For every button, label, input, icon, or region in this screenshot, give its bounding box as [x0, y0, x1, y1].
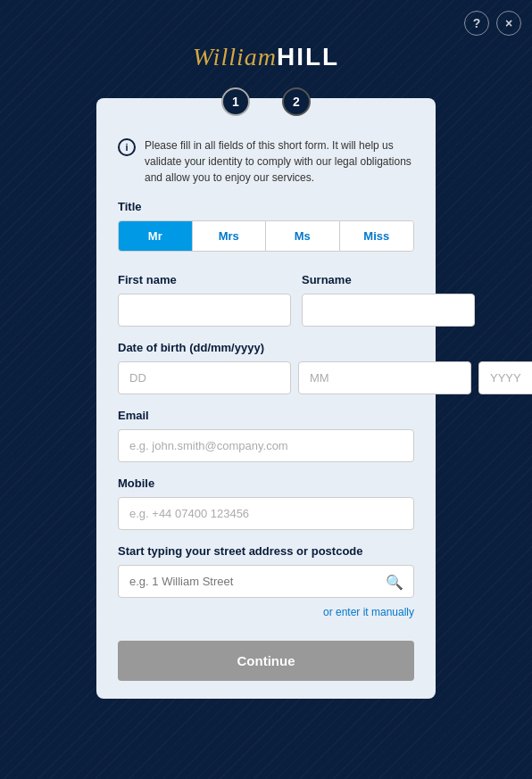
title-label: Title	[118, 200, 414, 213]
info-text: Please fill in all fields of this short …	[145, 137, 414, 186]
name-row: First name Surname	[118, 273, 414, 327]
surname-input[interactable]	[302, 294, 475, 327]
enter-manually-link[interactable]: or enter it manually	[323, 606, 414, 618]
logo-william: William	[193, 43, 277, 71]
info-icon: i	[118, 138, 136, 156]
address-input-wrapper: 🔍	[118, 565, 414, 598]
dob-month-input[interactable]	[298, 361, 471, 394]
title-mrs[interactable]: Mrs	[193, 221, 267, 251]
surname-label: Surname	[302, 273, 475, 286]
title-miss[interactable]: Miss	[340, 221, 414, 251]
title-mr[interactable]: Mr	[119, 221, 193, 251]
surname-group: Surname	[302, 273, 475, 327]
logo: William HILL	[193, 43, 339, 71]
step-2: 2	[282, 87, 311, 116]
email-label: Email	[118, 409, 414, 422]
search-icon: 🔍	[386, 573, 403, 590]
logo-hill: HILL	[277, 43, 339, 71]
continue-button[interactable]: Continue	[118, 641, 414, 681]
help-button[interactable]: ?	[464, 11, 489, 36]
dob-day-input[interactable]	[118, 361, 291, 394]
first-name-label: First name	[118, 273, 291, 286]
title-ms[interactable]: Ms	[266, 221, 340, 251]
info-banner: i Please fill in all fields of this shor…	[118, 137, 414, 186]
mobile-input[interactable]	[118, 497, 414, 530]
steps-container: 1 2	[118, 87, 414, 116]
mobile-section: Mobile	[118, 477, 414, 530]
address-input[interactable]	[118, 565, 414, 598]
title-section: Title Mr Mrs Ms Miss	[118, 200, 414, 266]
email-input[interactable]	[118, 429, 414, 462]
address-section: Start typing your street address or post…	[118, 544, 414, 619]
dob-year-input[interactable]	[478, 361, 532, 394]
mobile-label: Mobile	[118, 477, 414, 490]
first-name-input[interactable]	[118, 294, 291, 327]
first-name-group: First name	[118, 273, 291, 327]
enter-manually-container: or enter it manually	[118, 603, 414, 619]
step-1: 1	[221, 87, 250, 116]
address-label: Start typing your street address or post…	[118, 544, 414, 558]
dob-section: Date of birth (dd/mm/yyyy)	[118, 341, 414, 409]
dob-row	[118, 361, 414, 394]
email-section: Email	[118, 409, 414, 462]
form-card: 1 2 i Please fill in all fields of this …	[96, 98, 436, 699]
close-button[interactable]: ×	[496, 11, 521, 36]
title-group: Mr Mrs Ms Miss	[118, 220, 414, 252]
dob-label: Date of birth (dd/mm/yyyy)	[118, 341, 414, 354]
